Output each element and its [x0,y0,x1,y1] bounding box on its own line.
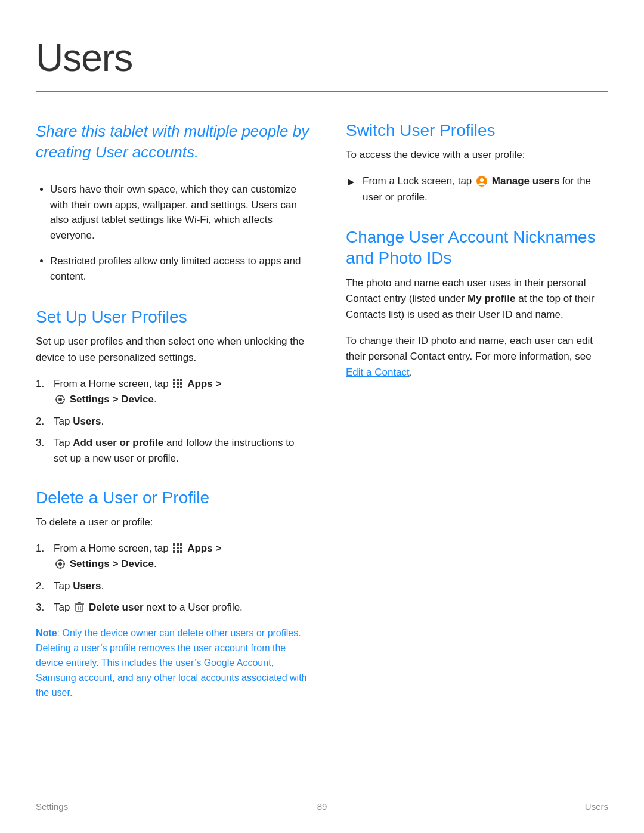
delete-steps: 1. From a Home screen, tap [36,541,310,615]
page-title: Users [36,36,608,80]
change-title: Change User Account Nicknames and Photo … [346,227,608,268]
right-column: Switch User Profiles To access the devic… [346,121,608,721]
svg-rect-15 [173,543,175,546]
manage-users-icon [476,175,488,187]
bullet-list: Users have their own space, which they c… [36,182,310,284]
footer-right: Users [585,801,608,812]
footer-left: Settings [36,801,68,812]
footer-page-number: 89 [317,801,327,812]
switch-title: Switch User Profiles [346,121,608,140]
set-up-step-2: 2. Tap Users. [36,414,310,429]
change-body-1: The photo and name each user uses in the… [346,275,608,323]
svg-rect-17 [180,543,182,546]
bullet-item-2: Restricted profiles allow only limited a… [50,253,310,284]
title-divider [36,91,608,92]
set-up-section: Set Up User Profiles Set up user profile… [36,308,310,466]
arrow-icon: ► [346,174,357,191]
delete-title: Delete a User or Profile [36,488,310,507]
switch-section: Switch User Profiles To access the devic… [346,121,608,205]
svg-rect-4 [177,382,179,385]
svg-rect-7 [177,386,179,388]
left-column: Share this tablet with multiple people b… [36,121,310,721]
bullet-item-1: Users have their own space, which they c… [50,182,310,243]
svg-rect-21 [173,550,175,553]
edit-contact-link[interactable]: Edit a Contact [346,367,410,378]
delete-note: Note: Only the device owner can delete o… [36,626,310,700]
switch-step: ► From a Lock screen, tap Manage users f… [346,174,608,205]
svg-rect-3 [173,382,175,385]
delete-body: To delete a user or profile: [36,515,310,530]
change-section: Change User Account Nicknames and Photo … [346,227,608,380]
delete-step-2: 2. Tap Users. [36,578,310,594]
settings-icon-1 [55,394,66,405]
svg-point-10 [58,398,62,401]
svg-rect-0 [173,379,175,381]
svg-point-25 [58,562,62,566]
delete-icon [74,602,85,612]
page-footer: Settings 89 Users [36,801,608,812]
svg-rect-1 [177,379,179,381]
delete-step-1: 1. From a Home screen, tap [36,541,310,572]
set-up-steps: 1. From a Home screen, tap [36,376,310,467]
svg-rect-2 [180,379,182,381]
svg-rect-30 [76,605,83,611]
svg-rect-6 [173,386,175,388]
svg-rect-22 [177,550,179,553]
switch-body: To access the device with a user profile… [346,147,608,163]
svg-rect-8 [180,386,182,388]
settings-icon-2 [55,559,66,569]
svg-rect-5 [180,382,182,385]
delete-section: Delete a User or Profile To delete a use… [36,488,310,701]
intro-text: Share this tablet with multiple people b… [36,121,310,163]
svg-rect-18 [173,547,175,549]
set-up-title: Set Up User Profiles [36,308,310,327]
svg-rect-23 [180,550,182,553]
set-up-step-3: 3. Tap Add user or profile and follow th… [36,435,310,467]
set-up-step-1: 1. From a Home screen, tap [36,376,310,408]
change-body-2: To change their ID photo and name, each … [346,333,608,380]
set-up-body: Set up user profiles and then select one… [36,334,310,366]
apps-icon-1 [172,378,183,389]
svg-point-36 [480,178,484,182]
svg-rect-20 [180,547,182,549]
svg-rect-16 [177,543,179,546]
main-content: Share this tablet with multiple people b… [36,121,608,721]
svg-rect-19 [177,547,179,549]
apps-icon-2 [172,543,183,553]
delete-step-3: 3. Tap Delete user next to a User pro [36,600,310,615]
